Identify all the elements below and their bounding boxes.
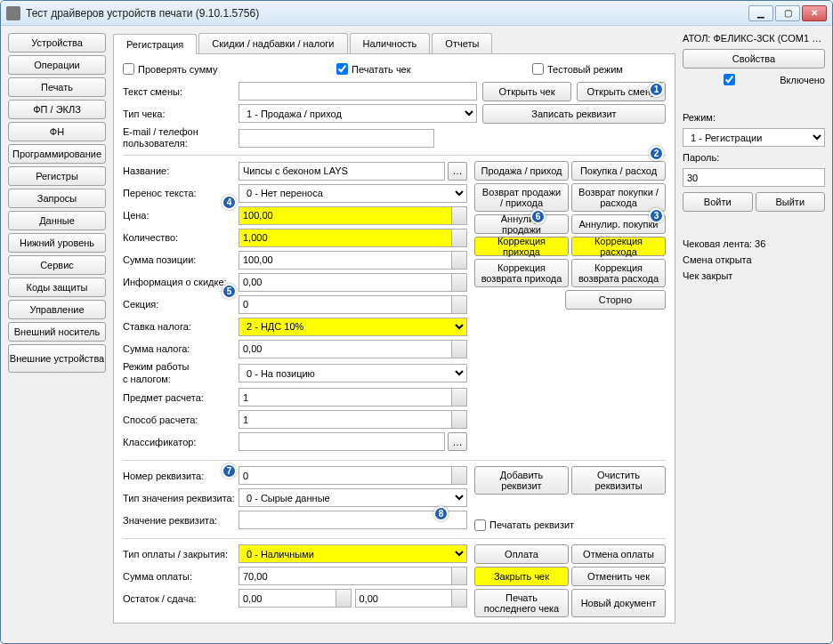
nav-data[interactable]: Данные xyxy=(8,211,106,230)
device-name: АТОЛ: ФЕЛИКС-3СК (COM1 … xyxy=(683,33,825,44)
calc-method-label: Способ расчета: xyxy=(123,415,239,425)
nav-fn[interactable]: ФН xyxy=(8,122,106,141)
name-label: Название: xyxy=(123,165,239,176)
qty-label: Количество: xyxy=(123,232,239,243)
req-num-input[interactable]: 0▲▼ xyxy=(239,466,467,485)
sale-income-button[interactable]: Продажа / приход xyxy=(474,161,569,181)
classifier-input[interactable] xyxy=(239,432,445,451)
logout-button[interactable]: Выйти xyxy=(756,192,826,212)
tab-discounts[interactable]: Скидки / надбавки / налоги xyxy=(198,33,347,53)
pay-sum-input[interactable]: 70,00▲▼ xyxy=(239,567,467,585)
open-receipt-button[interactable]: Открыть чек xyxy=(482,82,571,101)
annul-sale-button[interactable]: Аннулир. продажи xyxy=(474,214,569,234)
add-req-button[interactable]: Добавить реквизит xyxy=(474,466,569,495)
write-req-button[interactable]: Записать реквизит xyxy=(482,104,666,124)
corr-ret-expense-button[interactable]: Коррекция возврата расхода xyxy=(571,259,666,287)
tabs: Регистрация Скидки / надбавки / налоги Н… xyxy=(113,33,675,54)
print-req-checkbox[interactable]: Печатать реквизит xyxy=(474,519,666,531)
main-window: Тест драйверов устройств печати (9.10.1.… xyxy=(0,0,833,644)
maximize-button[interactable]: ▢ xyxy=(775,5,800,21)
pos-sum-label: Сумма позиции: xyxy=(123,254,239,265)
shift-text-label: Текст смены: xyxy=(123,86,239,97)
nav-service[interactable]: Сервис xyxy=(8,255,106,275)
remainder1-input[interactable]: 0,00▲▼ xyxy=(239,589,352,608)
cancel-payment-button[interactable]: Отмена оплаты xyxy=(571,544,666,564)
print-receipt-checkbox[interactable]: Печатать чек xyxy=(336,63,532,75)
discount-info-label: Информация о скидке: xyxy=(123,277,239,287)
nav-operations[interactable]: Операции xyxy=(8,55,106,75)
tab-reports[interactable]: Отчеты xyxy=(432,33,492,53)
nav-programming[interactable]: Программирование xyxy=(8,144,106,164)
nav-print[interactable]: Печать xyxy=(8,77,106,97)
shift-text-input[interactable] xyxy=(239,82,477,101)
marker-1: 1 xyxy=(649,82,664,97)
cancel-receipt-button[interactable]: Отменить чек xyxy=(571,567,666,586)
verify-sum-checkbox[interactable]: Проверять сумму xyxy=(123,63,336,75)
price-input[interactable]: 100,00▲▼ xyxy=(239,206,467,225)
left-nav: Устройства Операции Печать ФП / ЭКЛЗ ФН … xyxy=(8,33,106,636)
user-contact-input[interactable] xyxy=(239,129,434,148)
new-doc-button[interactable]: Новый документ xyxy=(571,589,666,617)
enabled-checkbox[interactable]: Включено xyxy=(683,74,825,85)
nav-fp-eklz[interactable]: ФП / ЭКЛЗ xyxy=(8,100,106,119)
app-icon xyxy=(6,6,20,20)
req-val-type-select[interactable]: 0 - Сырые данные xyxy=(239,488,467,507)
print-receipt-input[interactable] xyxy=(336,63,348,75)
pos-sum-input[interactable]: 100,00▲▼ xyxy=(239,251,467,270)
storno-button[interactable]: Сторно xyxy=(565,290,666,310)
right-panel: АТОЛ: ФЕЛИКС-3СК (COM1 … Свойства Включе… xyxy=(683,33,825,636)
qty-input[interactable]: 1,000▲▼ xyxy=(239,229,467,247)
corr-expense-button[interactable]: Коррекция расхода xyxy=(571,237,666,256)
close-button[interactable]: ✕ xyxy=(802,5,827,21)
discount-info-input[interactable]: 0,00▲▼ xyxy=(239,273,467,292)
login-button[interactable]: Войти xyxy=(683,192,753,212)
minimize-button[interactable]: ▁ xyxy=(748,5,773,21)
enabled-input[interactable] xyxy=(683,74,776,85)
print-req-input[interactable] xyxy=(474,519,486,531)
section-input[interactable]: 0▲▼ xyxy=(239,295,467,314)
test-mode-checkbox[interactable]: Тестовый режим xyxy=(532,63,623,75)
receipt-type-select[interactable]: 1 - Продажа / приход xyxy=(239,104,477,123)
return-buy-button[interactable]: Возврат покупки / расхода xyxy=(571,183,666,212)
mode-select[interactable]: 1 - Регистрации xyxy=(683,128,825,147)
return-sale-button[interactable]: Возврат продажи / прихода xyxy=(474,183,569,212)
password-label: Пароль: xyxy=(683,152,825,163)
nav-lower-level[interactable]: Нижний уровень xyxy=(8,233,106,253)
name-browse-button[interactable]: … xyxy=(448,162,467,181)
pay-close-type-select[interactable]: 0 - Наличными xyxy=(239,544,467,563)
nav-external-devices[interactable]: Внешние устройства xyxy=(8,344,106,373)
corr-ret-income-button[interactable]: Коррекция возврата прихода xyxy=(474,259,569,287)
verify-sum-input[interactable] xyxy=(123,63,134,75)
shift-status: Смена открыта xyxy=(683,254,825,265)
tax-sum-input[interactable]: 0,00▲▼ xyxy=(239,340,467,358)
nav-external-storage[interactable]: Внешний носитель xyxy=(8,322,106,342)
text-wrap-select[interactable]: 0 - Нет переноса xyxy=(239,184,467,203)
password-input[interactable] xyxy=(683,168,825,187)
test-mode-input[interactable] xyxy=(532,63,544,75)
nav-devices[interactable]: Устройства xyxy=(8,33,106,52)
print-last-button[interactable]: Печать последнего чека xyxy=(474,589,569,617)
remainder2-input[interactable]: 0,00▲▼ xyxy=(355,589,468,608)
classifier-browse-button[interactable]: … xyxy=(448,432,467,451)
clear-req-button[interactable]: Очистить реквизиты xyxy=(571,466,666,495)
close-receipt-button[interactable]: Закрыть чек xyxy=(474,567,569,586)
name-input[interactable] xyxy=(239,162,445,181)
tax-mode-select[interactable]: 0 - На позицию xyxy=(239,364,467,382)
tax-rate-select[interactable]: 2 - НДС 10% xyxy=(239,318,467,336)
payment-button[interactable]: Оплата xyxy=(474,544,569,564)
calc-method-input[interactable]: 1▲▼ xyxy=(239,410,467,429)
corr-income-button[interactable]: Коррекция прихода xyxy=(474,237,569,256)
remainder-label: Остаток / сдача: xyxy=(123,593,239,604)
nav-protection-codes[interactable]: Коды защиты xyxy=(8,278,106,297)
text-wrap-label: Перенос текста: xyxy=(123,188,239,198)
tab-registration[interactable]: Регистрация xyxy=(113,34,197,54)
buy-expense-button[interactable]: Покупка / расход xyxy=(571,161,666,181)
nav-control[interactable]: Управление xyxy=(8,300,106,319)
tab-cash[interactable]: Наличность xyxy=(350,33,431,53)
nav-requests[interactable]: Запросы xyxy=(8,189,106,208)
properties-button[interactable]: Свойства xyxy=(683,49,825,68)
mode-label: Режим: xyxy=(683,112,825,123)
nav-registers[interactable]: Регистры xyxy=(8,166,106,186)
receipt-status: Чек закрыт xyxy=(683,270,825,281)
calc-subject-input[interactable]: 1▲▼ xyxy=(239,388,467,407)
